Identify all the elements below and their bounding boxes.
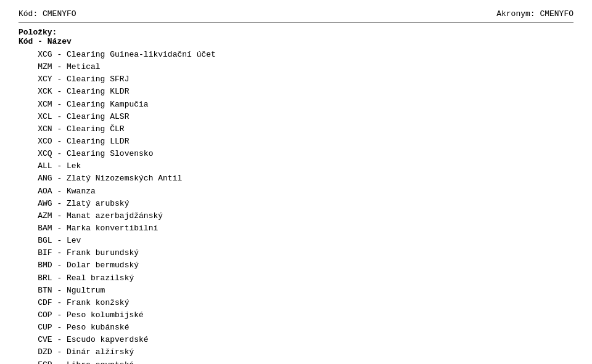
list-item: ALL - Lek bbox=[18, 160, 574, 172]
list-item: COP - Peso kolumbijské bbox=[18, 309, 574, 322]
list-item: BRL - Real brazilský bbox=[18, 272, 574, 285]
list-item: XCG - Clearing Guinea-likvidační účet bbox=[18, 49, 574, 61]
list-item: ANG - Zlatý Nizozemských Antil bbox=[18, 172, 574, 185]
polozky-section: Položky: Kód - Název bbox=[18, 28, 574, 46]
polozky-title: Položky: bbox=[18, 28, 574, 37]
kod-label: Kód: CMENYFO bbox=[18, 9, 76, 18]
header: Kód: CMENYFO Akronym: CMENYFO bbox=[18, 9, 574, 18]
list-item: XCY - Clearing SFRJ bbox=[18, 73, 574, 86]
list-item: XCN - Clearing ČLR bbox=[18, 123, 574, 135]
list-item: XCM - Clearing Kampučia bbox=[18, 99, 574, 111]
list-item: BIF - Frank burundský bbox=[18, 247, 574, 259]
list-item: MZM - Metical bbox=[18, 61, 574, 73]
list-item: XCO - Clearing LLDR bbox=[18, 135, 574, 148]
list-item: EGP - Libra egyptská bbox=[18, 359, 574, 364]
col-header: Kód - Název bbox=[18, 37, 574, 46]
list-item: XCQ - Clearing Slovensko bbox=[18, 148, 574, 160]
items-list: XCG - Clearing Guinea-likvidační účet MZ… bbox=[18, 49, 574, 364]
list-item: XCK - Clearing KLDR bbox=[18, 86, 574, 98]
list-item: CVE - Escudo kapverdské bbox=[18, 334, 574, 346]
list-item: AZM - Manat azerbajdžánský bbox=[18, 210, 574, 222]
list-item: XCL - Clearing ALSR bbox=[18, 111, 574, 123]
header-divider bbox=[18, 22, 574, 23]
list-item: BTN - Ngultrum bbox=[18, 285, 574, 297]
list-item: CUP - Peso kubánské bbox=[18, 322, 574, 334]
list-item: AWG - Zlatý arubský bbox=[18, 198, 574, 210]
akronym-label: Akronym: CMENYFO bbox=[496, 9, 574, 18]
list-item: BMD - Dolar bermudský bbox=[18, 259, 574, 272]
page: Kód: CMENYFO Akronym: CMENYFO Položky: K… bbox=[0, 0, 592, 364]
list-item: DZD - Dinár alžírský bbox=[18, 346, 574, 358]
list-item: CDF - Frank konžský bbox=[18, 297, 574, 309]
list-item: BAM - Marka konvertibilní bbox=[18, 222, 574, 235]
list-item: BGL - Lev bbox=[18, 235, 574, 247]
list-item: AOA - Kwanza bbox=[18, 185, 574, 198]
